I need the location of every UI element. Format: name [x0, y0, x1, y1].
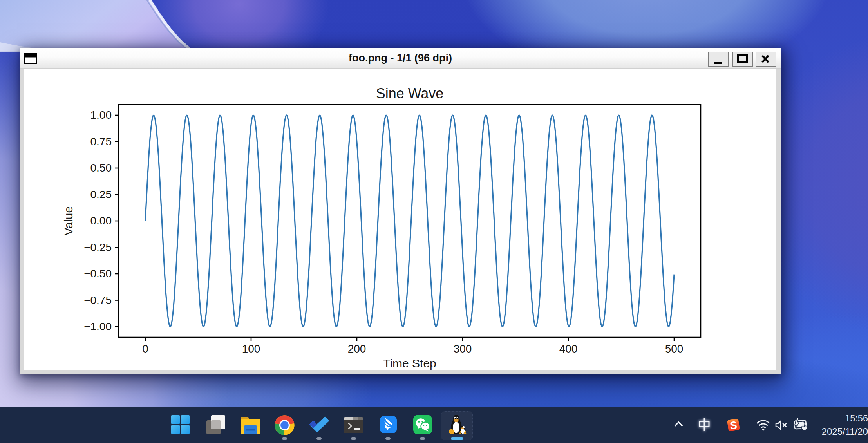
svg-text:Value: Value — [62, 206, 75, 236]
svg-text:0.25: 0.25 — [90, 188, 112, 201]
svg-text:0.00: 0.00 — [90, 215, 112, 227]
svg-text:S: S — [729, 419, 738, 432]
svg-text:300: 300 — [454, 343, 472, 355]
svg-text:400: 400 — [559, 343, 578, 355]
svg-text:Time Step: Time Step — [383, 357, 436, 370]
svg-text:−0.25: −0.25 — [84, 241, 112, 253]
svg-text:−1.00: −1.00 — [84, 320, 112, 333]
svg-text:100: 100 — [242, 343, 260, 355]
svg-text:500: 500 — [665, 343, 684, 355]
svg-text:200: 200 — [348, 343, 366, 355]
svg-text:Sine Wave: Sine Wave — [376, 85, 444, 101]
svg-text:0.75: 0.75 — [90, 136, 112, 148]
svg-text:0: 0 — [142, 343, 148, 355]
svg-text:−0.50: −0.50 — [84, 268, 112, 280]
svg-text:1.00: 1.00 — [90, 109, 112, 121]
svg-text:−0.75: −0.75 — [84, 294, 112, 306]
svg-text:0.50: 0.50 — [90, 162, 112, 174]
